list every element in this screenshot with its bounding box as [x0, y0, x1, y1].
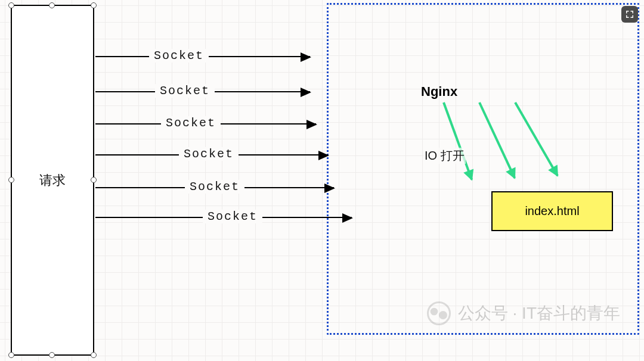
- socket-arrow-label: Socket: [185, 180, 244, 194]
- request-label: 请求: [39, 172, 66, 189]
- connector-dot: [49, 2, 55, 8]
- watermark: 公众号 · IT奋斗的青年: [427, 301, 620, 325]
- connector-dot: [91, 2, 97, 8]
- socket-arrow-label: Socket: [155, 84, 215, 98]
- connector-dot: [8, 177, 14, 183]
- watermark-text: 公众号 · IT奋斗的青年: [458, 302, 620, 325]
- io-open-label: IO 打开: [423, 148, 466, 164]
- socket-arrow-label: Socket: [179, 147, 239, 161]
- connector-dot: [91, 352, 97, 358]
- index-html-label: index.html: [525, 204, 579, 218]
- diagram-canvas: 请求 SocketSocketSocketSocketSocketSocket …: [0, 0, 644, 361]
- socket-arrow: Socket: [95, 123, 316, 125]
- connector-dot: [91, 177, 97, 183]
- socket-arrow-label: Socket: [203, 210, 262, 223]
- socket-arrow-label: Socket: [161, 116, 221, 130]
- fullscreen-button[interactable]: [621, 6, 638, 23]
- fullscreen-icon: [624, 9, 635, 20]
- socket-arrow: Socket: [95, 91, 310, 92]
- wechat-icon: [427, 301, 451, 325]
- connector-dot: [8, 2, 14, 8]
- request-box: 请求: [11, 5, 94, 356]
- connector-dot: [8, 352, 14, 358]
- socket-arrow: Socket: [95, 217, 352, 218]
- nginx-title: Nginx: [421, 84, 457, 99]
- connector-dot: [49, 352, 55, 358]
- nginx-container: [327, 3, 639, 335]
- socket-arrow: Socket: [95, 154, 328, 155]
- socket-arrow: Socket: [95, 187, 334, 188]
- socket-arrow-label: Socket: [149, 49, 209, 63]
- socket-arrow: Socket: [95, 56, 310, 57]
- index-html-box: index.html: [491, 191, 613, 231]
